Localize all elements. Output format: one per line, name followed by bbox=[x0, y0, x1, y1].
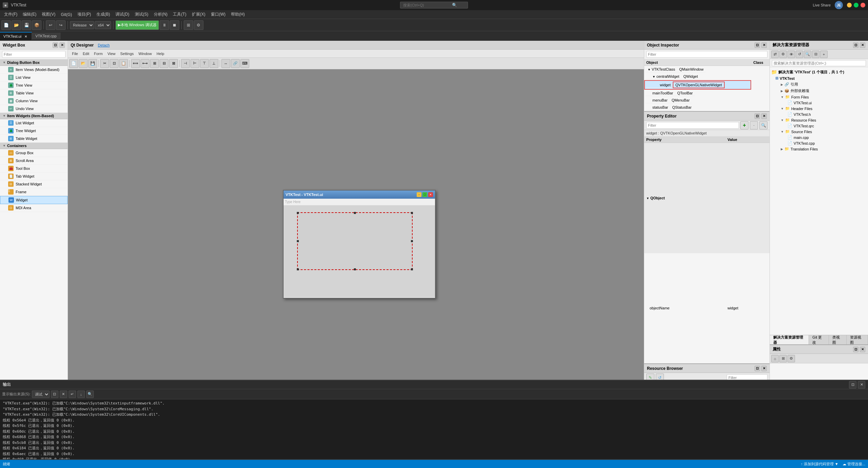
group-header-dialog[interactable]: ▼ Dialog Button Box bbox=[0, 59, 68, 66]
group-header-containers[interactable]: ▼ Containers bbox=[0, 143, 68, 149]
run-btn[interactable]: ▶ 本地 Windows 调试器 bbox=[115, 20, 159, 30]
props-btn-1[interactable]: ⌂ bbox=[771, 355, 779, 362]
item-list-view[interactable]: ☰ List View bbox=[0, 74, 68, 82]
sol-vtktest-cpp[interactable]: 📄 VTKTest.cpp bbox=[770, 140, 868, 146]
item-table-view[interactable]: ⊞ Table View bbox=[0, 89, 68, 97]
output-wrap-btn[interactable]: ↵ bbox=[69, 391, 76, 398]
sol-references[interactable]: ▶ 🔗 引用 bbox=[770, 81, 868, 88]
qt-align-l[interactable]: ⊣ bbox=[181, 59, 190, 68]
sol-root[interactable]: 📁 解决方案 'VTKTest' (1 个项目，共 1 个) bbox=[770, 69, 868, 75]
output-close-btn[interactable]: ✕ bbox=[858, 381, 865, 389]
output-find-btn[interactable]: 🔍 bbox=[86, 391, 94, 398]
qt-copy-btn[interactable]: ⊡ bbox=[110, 59, 119, 68]
toolbar-extra2[interactable]: ⚙ bbox=[194, 20, 203, 30]
menu-tools[interactable]: 工具(T) bbox=[170, 11, 189, 18]
prop-objectname-value[interactable]: widget bbox=[725, 253, 770, 363]
open-btn[interactable]: 📂 bbox=[12, 20, 21, 30]
solution-header-controls[interactable]: ⊡ ✕ bbox=[853, 42, 865, 48]
selected-widget-placeholder[interactable] bbox=[297, 212, 413, 270]
obj-row-vtktest[interactable]: ▼ VTKTestClass QMainWindow bbox=[644, 66, 751, 73]
qt-menu-window[interactable]: Window bbox=[137, 51, 154, 56]
new-btn[interactable]: 📄 bbox=[1, 20, 11, 30]
item-group-box[interactable]: ▭ Group Box bbox=[0, 149, 68, 157]
menu-file[interactable]: 文件(F) bbox=[1, 11, 20, 18]
redo-btn[interactable]: ↪ bbox=[56, 20, 66, 30]
platform-select[interactable]: x64 x86 bbox=[95, 21, 111, 29]
item-column-view[interactable]: ▦ Column View bbox=[0, 97, 68, 105]
item-mdi-area[interactable]: ⊡ MDI Area bbox=[0, 204, 68, 212]
output-copy-btn[interactable]: ⊡ bbox=[51, 391, 58, 398]
qt-menu-form[interactable]: Form bbox=[92, 51, 105, 56]
resource-browser-float-btn[interactable]: ⊡ bbox=[755, 366, 760, 371]
widget-box-controls[interactable]: ⊡ ✕ bbox=[53, 42, 65, 48]
sol-header-files[interactable]: ▼ 📁 Header Files bbox=[770, 106, 868, 111]
obj-row-toolbar[interactable]: mainToolBar QToolBar bbox=[644, 90, 751, 97]
obj-row-widget[interactable]: widget QVTKOpenGLNativeWidget bbox=[644, 80, 751, 90]
prop-row-objectname[interactable]: objectName widget bbox=[644, 253, 770, 363]
solution-search-input[interactable] bbox=[772, 60, 866, 66]
item-undo-view[interactable]: ↩ Undo View bbox=[0, 105, 68, 113]
obj-inspector-close-btn[interactable]: ✕ bbox=[761, 42, 767, 48]
item-list-widget[interactable]: ☰ List Widget bbox=[0, 119, 68, 127]
property-editor-controls[interactable]: ⊡ ✕ bbox=[755, 113, 767, 119]
item-stacked-widget[interactable]: ⊟ Stacked Widget bbox=[0, 180, 68, 188]
group-header-item-widgets[interactable]: ▼ Item Widgets (Item-Based) bbox=[0, 113, 68, 119]
status-add-source[interactable]: ↑ 添加到源代码管理 ▼ bbox=[801, 462, 838, 467]
prop-add-btn[interactable]: + bbox=[740, 121, 748, 129]
sol-vtktest-h[interactable]: 📄 VTKTest.h bbox=[770, 111, 868, 117]
sol-tab-solution[interactable]: 解决方案资源管理器 bbox=[770, 335, 809, 344]
qt-menu-help[interactable]: Help bbox=[155, 51, 166, 56]
resource-browser-close-btn[interactable]: ✕ bbox=[761, 366, 767, 371]
props-header-controls[interactable]: ⊡ ✕ bbox=[853, 347, 865, 352]
close-btn[interactable] bbox=[861, 3, 865, 7]
solution-float-btn[interactable]: ⊡ bbox=[853, 42, 858, 48]
undo-btn[interactable]: ↩ bbox=[46, 20, 55, 30]
menu-analyze[interactable]: 分析(N) bbox=[151, 11, 170, 18]
output-header-controls[interactable]: ⊡ ✕ bbox=[849, 381, 865, 389]
form-close-btn[interactable]: ✕ bbox=[428, 192, 433, 197]
close-tab-vtktest-ui[interactable]: ✕ bbox=[23, 34, 28, 39]
form-max-btn[interactable]: □ bbox=[422, 192, 427, 197]
menu-debug[interactable]: 调试(D) bbox=[113, 11, 132, 18]
output-source-select[interactable]: 调试 生成 bbox=[32, 391, 50, 398]
props-float-btn[interactable]: ⊡ bbox=[853, 347, 858, 352]
output-clear-btn[interactable]: ✕ bbox=[60, 391, 67, 398]
widget-box-float-btn[interactable]: ⊡ bbox=[53, 42, 58, 48]
status-manage-conn[interactable]: ☁ 管理连接... bbox=[843, 462, 865, 467]
sol-properties-btn[interactable]: ⚙ bbox=[779, 51, 787, 58]
sol-tab-class[interactable]: 类视图 bbox=[829, 335, 847, 344]
sol-vtktest-qrc[interactable]: 📄 VTKTest.qrc bbox=[770, 123, 868, 129]
qt-align-b[interactable]: ⊥ bbox=[210, 59, 218, 68]
menu-extensions[interactable]: 扩展(X) bbox=[189, 11, 208, 18]
window-controls[interactable] bbox=[847, 3, 865, 7]
handle-tl[interactable] bbox=[297, 212, 299, 214]
sol-vtktest-ui[interactable]: 📄 VTKTest.ui bbox=[770, 100, 868, 106]
obj-row-central[interactable]: ▼ centralWidget QWidget bbox=[644, 73, 751, 80]
solution-close-btn[interactable]: ✕ bbox=[860, 42, 865, 48]
sol-tab-git[interactable]: Git 更改 bbox=[809, 335, 829, 344]
item-tool-box[interactable]: 🧰 Tool Box bbox=[0, 165, 68, 173]
qt-layout-break[interactable]: ⊟ bbox=[160, 59, 168, 68]
maximize-btn[interactable] bbox=[854, 3, 858, 7]
widget-box-filter[interactable] bbox=[2, 51, 66, 58]
sol-sync-btn[interactable]: ⇄ bbox=[771, 51, 779, 58]
sol-main-cpp[interactable]: 📄 main.cpp bbox=[770, 134, 868, 140]
qt-menu-edit[interactable]: Edit bbox=[81, 51, 91, 56]
menu-window[interactable]: 窗口(W) bbox=[208, 11, 228, 18]
qt-save-btn[interactable]: 💾 bbox=[88, 59, 97, 68]
sol-project-vtktest[interactable]: ⊞ VTKTest bbox=[770, 75, 868, 81]
qt-cut-btn[interactable]: ✂ bbox=[100, 59, 109, 68]
widget-box-close-btn[interactable]: ✕ bbox=[59, 42, 65, 48]
qt-menu-view[interactable]: View bbox=[105, 51, 117, 56]
tab-vtktest-ui[interactable]: VTKTest.ui ✕ bbox=[0, 32, 32, 40]
qt-layout-v[interactable]: ⟷ bbox=[141, 59, 149, 68]
toolbar-extra1[interactable]: ⊞ bbox=[184, 20, 193, 30]
tab-vtktest-cpp[interactable]: VTKTest.cpp bbox=[32, 33, 60, 39]
obj-row-statusbar[interactable]: statusBar QStatusBar bbox=[644, 104, 751, 111]
item-frame[interactable]: F Frame bbox=[0, 188, 68, 196]
qt-align-r[interactable]: ⊢ bbox=[191, 59, 199, 68]
sol-tab-resource[interactable]: 资源视图 bbox=[847, 335, 868, 344]
form-min-btn[interactable]: - bbox=[417, 192, 421, 197]
qt-align-t[interactable]: ⊤ bbox=[200, 59, 209, 68]
handle-bl[interactable] bbox=[297, 268, 299, 270]
